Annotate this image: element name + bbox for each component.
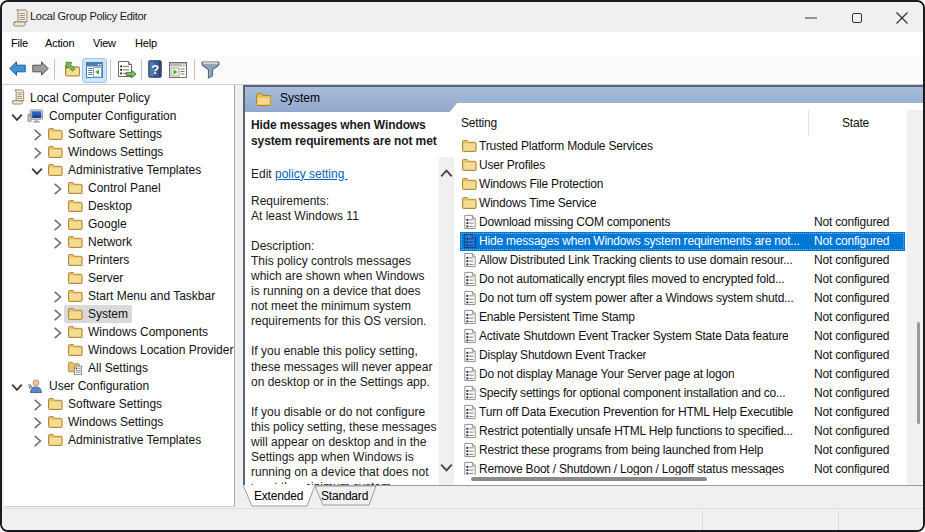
svg-text:Standard: Standard [321, 489, 368, 503]
svg-text:?: ? [151, 62, 159, 77]
svg-text:Extended: Extended [254, 489, 303, 503]
